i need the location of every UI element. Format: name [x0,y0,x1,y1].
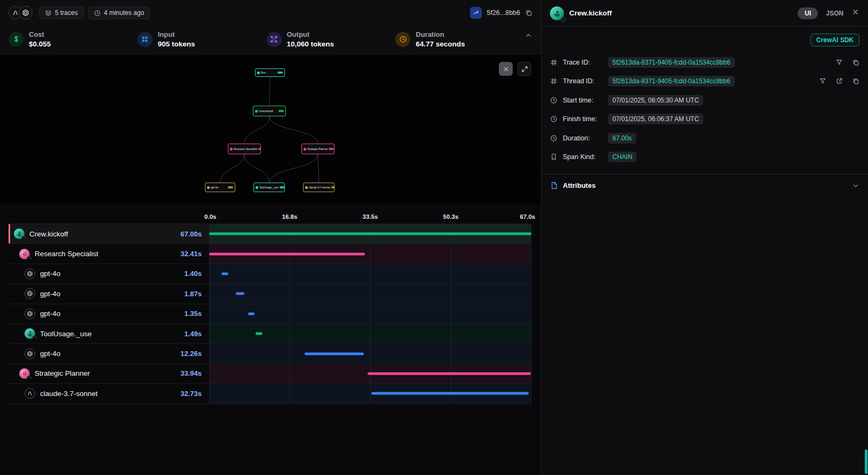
graph-node-sp[interactable]: Strategic Planner [301,144,335,154]
traces-count-badge[interactable]: 5 traces [39,6,84,19]
span-waterfall: 0.0s16.8s33.5s50.3s67.0s Crew.kickoff67.… [9,210,531,404]
graph-node-tool[interactable]: ToolUsage._use [253,183,285,192]
span-bar[interactable] [209,252,365,255]
copy-icon[interactable] [852,77,859,85]
chevron-down-icon[interactable] [852,182,859,189]
graph-node-label: ToolUsage._use [259,186,278,189]
span-row[interactable]: ToolUsage._use1.49s [9,324,531,344]
trace-id-short: 5f26...8bb6 [487,9,520,17]
agentops-subbadge [561,17,566,22]
openai-icon [25,308,35,319]
span-bar-track [209,304,531,323]
trace-main-panel: 5 traces 4 minutes ago 5f26...8bb6 Cost$… [0,0,541,475]
span-row[interactable]: Crew.kickoff67.00s [9,224,531,244]
span-bar-track [209,284,531,303]
span-name: gpt-4o [40,310,60,318]
field-value[interactable]: 67.00s [608,133,636,144]
hash-icon [550,77,558,85]
span-row[interactable]: gpt-4o12.26s [9,344,531,363]
copy-icon[interactable] [852,59,859,66]
field-label: Start time: [563,97,603,104]
provider-logo-stack [9,6,33,20]
clock-icon [550,115,558,123]
node-duration-badge [331,186,335,188]
detail-field: Start time:07/01/2025, 06:05:30 AM UTC [550,91,859,110]
arrows-in-icon [138,32,153,47]
span-name: Research Specialist [35,250,98,258]
span-bar-track [209,324,531,343]
span-name: gpt-4o [40,350,60,358]
detail-field: Trace ID:5f2613da-8371-9405-fcdd-0a1534c… [550,53,859,72]
span-row[interactable]: claude-3.7-sonnet32.73s [9,384,531,403]
field-value[interactable]: 07/01/2025, 06:05:30 AM UTC [608,95,703,106]
field-value[interactable]: CHAIN [608,152,636,162]
span-row[interactable]: Research Specialist32.41s [9,244,531,264]
span-bar[interactable] [368,372,531,375]
node-duration-badge [258,148,261,150]
close-panel-icon[interactable] [851,8,859,18]
span-row[interactable]: gpt-4o1.40s [9,264,531,284]
node-duration-badge [280,186,285,188]
funnel-icon[interactable] [835,59,843,66]
openai-icon [25,288,35,299]
tab-ui[interactable]: UI [798,7,818,19]
span-bar[interactable] [236,292,245,295]
trace-age-label: 4 minutes ago [104,9,144,17]
external-icon[interactable] [835,77,843,85]
graph-expand-button[interactable] [517,62,531,76]
field-label: Finish time: [563,115,603,123]
timeline-axis: 0.0s16.8s33.5s50.3s67.0s [9,210,531,224]
span-bar[interactable] [371,392,529,395]
tab-json[interactable]: JSON [826,10,843,17]
detail-header: Crew.kickoff UI JSON [541,0,868,27]
attributes-section[interactable]: Attributes [541,174,868,196]
copy-trace-id-icon[interactable] [525,9,532,17]
span-row[interactable]: gpt-4o1.87s [9,284,531,304]
stat-value: $0.055 [29,40,51,48]
axis-tick: 67.0s [520,213,535,220]
openai-icon [207,186,210,189]
detail-field: Span Kind:CHAIN [550,148,859,167]
span-name: claude-3.7-sonnet [40,390,98,398]
span-bar[interactable] [256,332,262,335]
node-duration-badge [228,186,233,188]
span-bar[interactable] [305,352,364,355]
field-value[interactable]: 5f2613da-8371-9405-fcdd-0a1534cc8bb6 [608,76,735,86]
span-detail-panel: Crew.kickoff UI JSON CrewAI SDK Trace ID… [541,0,868,475]
node-duration-badge [278,110,284,112]
stats-row: Cost$0.055Input905 tokensOutput10,060 to… [0,26,541,55]
graph-node-claude[interactable]: claude-3.7-sonnet [303,183,335,192]
span-bar[interactable] [248,312,254,315]
axis-tick: 33.5s [363,213,378,220]
span-name: Strategic Planner [35,369,90,377]
crewai-logo-icon [550,6,564,20]
page-scrollbar-thumb[interactable] [865,449,867,474]
graph-node-run[interactable]: Run [255,68,285,77]
span-duration: 67.00s [175,230,209,238]
field-label: Thread ID: [563,77,603,85]
field-value[interactable]: 07/01/2025, 06:06:37 AM UTC [608,114,703,124]
stat-label: Output [287,30,335,38]
span-graph: RunCrew.kickoffResearch SpecialistStrate… [0,55,541,204]
span-name: gpt-4o [40,290,60,298]
attributes-label: Attributes [563,181,595,189]
span-bar[interactable] [221,272,228,275]
agent-icon [304,148,306,151]
graph-node-rs[interactable]: Research Specialist [228,144,261,154]
span-row[interactable]: gpt-4o1.35s [9,304,531,324]
span-row[interactable]: Strategic Planner33.94s [9,364,531,384]
collapse-stats-icon[interactable] [524,31,532,39]
traces-count-label: 5 traces [55,9,78,17]
metrics-icon[interactable] [470,7,482,19]
graph-close-button[interactable] [499,62,513,76]
span-bar[interactable] [209,233,531,235]
field-value[interactable]: 5f2613da-8371-9405-fcdd-0a1534cc8bb6 [608,57,735,68]
span-name: ToolUsage._use [40,330,92,338]
stack-icon [45,10,52,17]
stat-label: Cost [29,30,51,38]
graph-node-gpt[interactable]: gpt-4o [205,183,235,192]
graph-node-crew[interactable]: Crew.kickoff [253,106,286,116]
funnel-icon[interactable] [819,77,826,85]
span-bar-track [209,344,531,363]
stat-label: Duration [416,30,465,38]
